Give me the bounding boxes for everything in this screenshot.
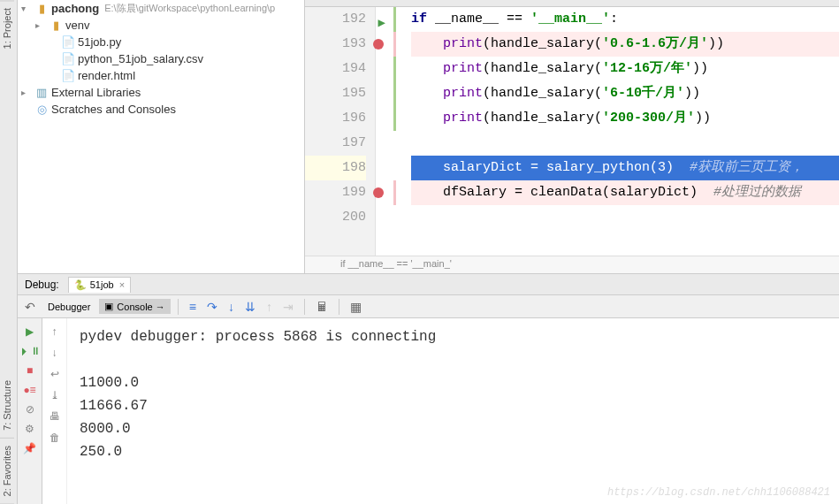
rerun-button[interactable]: ▶	[22, 324, 38, 340]
csv-file-icon: 📄	[60, 52, 76, 65]
expand-icon[interactable]: ▸	[35, 20, 48, 30]
python-file-icon: 📄	[60, 35, 76, 49]
editor-tabs-bar	[305, 0, 839, 7]
stop-button[interactable]: ■	[22, 363, 38, 378]
print-icon[interactable]: 🖶	[47, 409, 63, 424]
tree-file-html[interactable]: 📄 render.html	[18, 67, 304, 84]
scroll-end-icon[interactable]: ⤓	[47, 387, 63, 403]
tree-file-csv[interactable]: 📄 python_51job_salary.csv	[18, 50, 304, 67]
soft-wrap-icon[interactable]: ↩	[47, 366, 63, 382]
debug-panel: Debug: 🐍 51job × ↶ Debugger ▣ Console → …	[18, 274, 839, 504]
step-into-icon[interactable]: ↷	[203, 298, 221, 316]
breadcrumb[interactable]: if __name__ == '__main_'	[305, 256, 839, 273]
tab-project[interactable]: 1: Project	[0, 0, 14, 56]
resume-button[interactable]: ⏵⏸	[22, 343, 38, 359]
step-out-icon[interactable]: ↑	[263, 298, 276, 316]
run-to-cursor-icon[interactable]: ⇥	[279, 298, 297, 316]
python-file-icon: 🐍	[74, 279, 87, 291]
folder-icon: ▮	[34, 2, 50, 15]
library-icon: ▥	[34, 86, 50, 99]
tree-root-pachong[interactable]: ▾ ▮ pachong E:\陈晨\gitWorkspace\pythonLea…	[18, 0, 304, 17]
tab-debugger[interactable]: Debugger	[42, 300, 95, 314]
step-over-icon[interactable]: ≡	[186, 298, 200, 316]
code-editor[interactable]: 192▶ 193 194 195 196 197 198 199 200 if …	[305, 0, 839, 273]
watermark: https://blog.csdn.net/chh1106088421	[607, 486, 830, 499]
step-into-my-icon[interactable]: ↓	[225, 298, 238, 316]
gutter[interactable]: 192▶ 193 194 195 196 197 198 199 200	[305, 7, 376, 256]
tree-file-51job[interactable]: 📄 51job.py	[18, 34, 304, 50]
tree-external-libs[interactable]: ▸ ▥ External Libraries	[18, 84, 304, 101]
console-output[interactable]: pydev debugger: process 5868 is connecti…	[67, 318, 839, 504]
tree-scratches[interactable]: ◎ Scratches and Consoles	[18, 101, 304, 118]
debug-title: Debug:	[25, 279, 59, 291]
tab-structure[interactable]: 7: Structure	[0, 373, 14, 439]
pin-icon[interactable]: 📌	[22, 440, 38, 456]
calculator-icon[interactable]: ▦	[347, 298, 365, 316]
debug-tab-51job[interactable]: 🐍 51job ×	[68, 277, 131, 293]
scratch-icon: ◎	[34, 103, 50, 116]
tree-venv[interactable]: ▸ ▮ venv	[18, 17, 304, 34]
restore-layout-icon[interactable]: ↶	[21, 298, 39, 316]
force-step-into-icon[interactable]: ⇊	[241, 298, 259, 316]
collapse-icon[interactable]: ▾	[21, 4, 34, 13]
evaluate-icon[interactable]: 🖩	[312, 298, 332, 316]
code-content[interactable]: if __name__ == '__main__': print(handle_…	[376, 7, 839, 256]
folder-icon: ▮	[48, 19, 64, 32]
scroll-up-icon[interactable]: ↑	[47, 324, 63, 340]
console-icon: ▣	[104, 301, 113, 312]
settings-icon[interactable]: ⚙	[22, 421, 38, 437]
expand-icon[interactable]: ▸	[21, 88, 34, 97]
html-file-icon: 📄	[60, 69, 76, 82]
tab-console[interactable]: ▣ Console →	[99, 299, 170, 314]
project-tree[interactable]: ▾ ▮ pachong E:\陈晨\gitWorkspace\pythonLea…	[18, 0, 305, 273]
clear-icon[interactable]: 🗑	[47, 430, 63, 446]
scroll-down-icon[interactable]: ↓	[47, 345, 63, 361]
mute-breakpoints-button[interactable]: ⊘	[22, 401, 38, 417]
close-icon[interactable]: ×	[119, 279, 125, 290]
tab-favorites[interactable]: 2: Favorites	[0, 439, 14, 504]
view-breakpoints-button[interactable]: ●≡	[22, 382, 38, 398]
